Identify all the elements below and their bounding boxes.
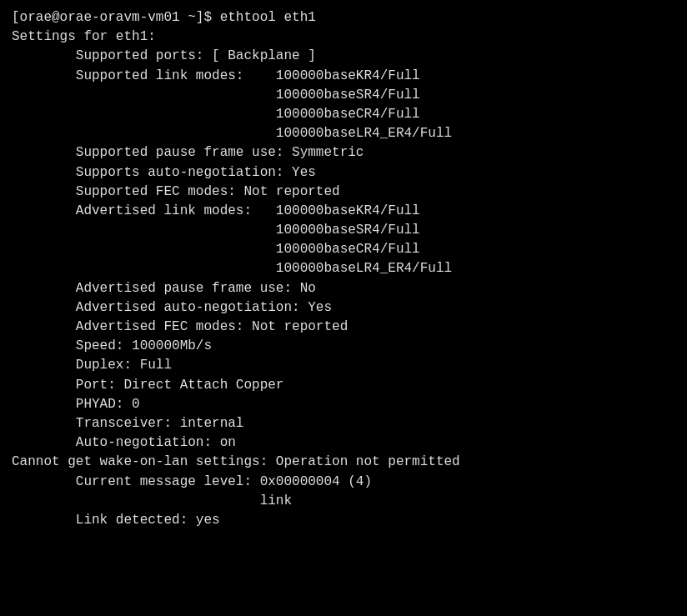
terminal-line: Advertised pause frame use: No — [12, 279, 675, 298]
terminal-line: 100000baseLR4_ER4/Full — [12, 259, 675, 278]
terminal-line: 100000baseSR4/Full — [12, 221, 675, 240]
terminal-line: Link detected: yes — [12, 511, 675, 530]
terminal-line: 100000baseCR4/Full — [12, 240, 675, 259]
terminal-line: Duplex: Full — [12, 356, 675, 375]
prompt-line: [orae@orae-oravm-vm01 ~]$ ethtool eth1 — [12, 8, 675, 28]
terminal-line: Speed: 100000Mb/s — [12, 337, 675, 356]
terminal-line: Current message level: 0x00000004 (4) — [12, 473, 675, 492]
terminal-line: Port: Direct Attach Copper — [12, 376, 675, 395]
terminal-line: Advertised FEC modes: Not reported — [12, 318, 675, 337]
terminal-line: Supported pause frame use: Symmetric — [12, 143, 675, 163]
terminal-line: Transceiver: internal — [12, 414, 675, 433]
terminal-line: Supports auto-negotiation: Yes — [12, 163, 675, 183]
terminal-line: Supported ports: [ Backplane ] — [12, 47, 675, 66]
terminal-line: Auto-negotiation: on — [12, 433, 675, 453]
terminal-line: Supported FEC modes: Not reported — [12, 183, 675, 202]
terminal-line: PHYAD: 0 — [12, 395, 675, 414]
terminal-line: Advertised auto-negotiation: Yes — [12, 298, 675, 318]
terminal-line: Settings for eth1: — [12, 28, 675, 47]
terminal-line: 100000baseLR4_ER4/Full — [12, 124, 675, 143]
terminal-window: [orae@orae-oravm-vm01 ~]$ ethtool eth1 S… — [12, 8, 675, 530]
terminal-line: Supported link modes: 100000baseKR4/Full — [12, 67, 675, 86]
terminal-line: 100000baseCR4/Full — [12, 105, 675, 124]
terminal-line: link — [12, 492, 675, 511]
terminal-line: Cannot get wake-on-lan settings: Operati… — [12, 453, 675, 472]
terminal-line: 100000baseSR4/Full — [12, 86, 675, 105]
terminal-line: Advertised link modes: 100000baseKR4/Ful… — [12, 202, 675, 221]
